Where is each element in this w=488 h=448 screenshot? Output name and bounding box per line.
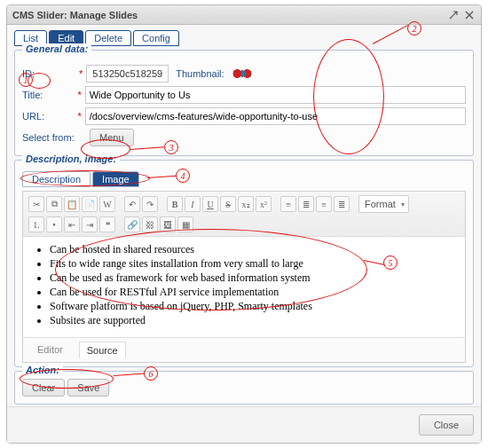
paste-text-icon[interactable]: 📄	[82, 196, 98, 212]
paste-icon[interactable]: 📋	[64, 196, 80, 212]
list-item: Can be used as framework for web based i…	[50, 271, 454, 285]
tab-delete[interactable]: Delete	[85, 30, 131, 46]
panel-general-legend: General data:	[22, 43, 91, 54]
desc-tabs: Description Image	[22, 171, 466, 187]
format-select[interactable]: Format	[358, 195, 409, 213]
align-justify-icon[interactable]: ≣	[334, 196, 350, 212]
list-item: Software platform is based on jQuery, PH…	[50, 300, 454, 313]
label-thumbnail: Thumbnail:	[176, 68, 224, 79]
undo-icon[interactable]: ↶	[124, 196, 140, 212]
ordered-list-icon[interactable]: 1.	[28, 216, 44, 232]
source-tab[interactable]: Source	[79, 342, 126, 358]
paste-word-icon[interactable]: W	[99, 196, 115, 212]
save-button[interactable]: Save	[67, 379, 109, 397]
panel-action-legend: Action:	[22, 365, 63, 375]
id-value: 513250c518259	[86, 65, 169, 83]
editor-tab[interactable]: Editor	[30, 342, 70, 358]
label-id: ID:	[22, 68, 79, 79]
rich-text-editor: ✂ ⧉ 📋 📄 W ↶ ↷ B I U S x₂ x² ≡	[22, 191, 466, 363]
close-button[interactable]: Close	[419, 414, 474, 436]
panel-action: Action: Clear Save	[14, 371, 474, 405]
align-center-icon[interactable]: ≣	[298, 196, 314, 212]
quote-icon[interactable]: ❝	[99, 216, 115, 232]
tab-config[interactable]: Config	[133, 30, 179, 46]
image-icon[interactable]: 🖼	[160, 216, 176, 232]
dialog-content: List Edit Delete Config General data: ID…	[7, 25, 481, 412]
link-icon[interactable]: 🔗	[124, 216, 140, 232]
copy-icon[interactable]: ⧉	[46, 196, 62, 212]
unlink-icon[interactable]: ⛓	[142, 216, 158, 232]
clear-button[interactable]: Clear	[22, 379, 65, 397]
redo-icon[interactable]: ↷	[142, 196, 158, 212]
tab-description[interactable]: Description	[22, 171, 91, 187]
close-icon[interactable]	[463, 9, 476, 21]
superscript-icon[interactable]: x²	[256, 196, 272, 212]
unordered-list-icon[interactable]: •	[46, 216, 62, 232]
menu-button[interactable]: Menu	[90, 129, 134, 146]
italic-icon[interactable]: I	[185, 196, 201, 212]
label-title: Title:	[22, 90, 77, 100]
outdent-icon[interactable]: ⇤	[64, 216, 80, 232]
tab-image[interactable]: Image	[92, 171, 139, 187]
required-icon: *	[77, 111, 81, 122]
underline-icon[interactable]: U	[202, 196, 218, 212]
url-field[interactable]	[85, 107, 466, 125]
subscript-icon[interactable]: x₂	[238, 196, 254, 212]
required-icon: *	[77, 90, 81, 100]
editor-footer: Editor Source	[23, 337, 465, 362]
label-url: URL:	[22, 111, 77, 122]
thumbnail-icon[interactable]	[230, 67, 255, 81]
list-item: Fits to wide range sites installation fr…	[50, 257, 454, 271]
align-right-icon[interactable]: ≡	[316, 196, 332, 212]
panel-general: General data: ID: * 513250c518259 Thumbn…	[14, 50, 474, 156]
editor-content[interactable]: Can be hosted in shared resources Fits t…	[23, 237, 465, 337]
label-select-from: Select from:	[22, 132, 90, 143]
bold-icon[interactable]: B	[167, 196, 183, 212]
align-left-icon[interactable]: ≡	[280, 196, 296, 212]
list-item: Can be hosted in shared resources	[50, 243, 454, 256]
dialog-window: CMS Slider: Manage Slides List Edit Dele…	[6, 4, 482, 444]
title-field[interactable]	[85, 86, 466, 104]
required-icon: *	[79, 68, 83, 79]
panel-description: Description, image: Description Image ✂ …	[14, 160, 474, 367]
strike-icon[interactable]: S	[220, 196, 236, 212]
editor-toolbar: ✂ ⧉ 📋 📄 W ↶ ↷ B I U S x₂ x² ≡	[23, 192, 465, 237]
list-item: Subsites are supported	[50, 314, 454, 327]
table-icon[interactable]: ▦	[177, 216, 193, 232]
maximize-icon[interactable]	[447, 9, 460, 21]
panel-description-legend: Description, image:	[22, 153, 120, 164]
cut-icon[interactable]: ✂	[28, 196, 44, 212]
indent-icon[interactable]: ⇥	[82, 216, 98, 232]
window-title: CMS Slider: Manage Slides	[12, 10, 138, 20]
dialog-footer: Close	[7, 406, 481, 443]
list-item: Can be used for RESTful API service impl…	[50, 286, 454, 299]
titlebar: CMS Slider: Manage Slides	[7, 5, 481, 25]
